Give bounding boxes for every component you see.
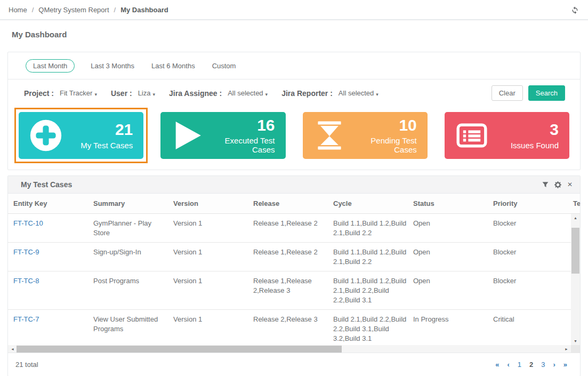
status-cell: In Progress xyxy=(408,310,488,345)
column-header-release[interactable]: Release xyxy=(248,199,328,207)
column-header-version[interactable]: Version xyxy=(168,199,248,207)
stat-card-highlight: 21 My Test Cases xyxy=(14,108,148,163)
project-label: Project : xyxy=(24,89,54,98)
column-header-summary[interactable]: Summary xyxy=(88,199,168,207)
jira-reporter-dropdown[interactable]: All selected▾ xyxy=(339,89,378,97)
breadcrumb-separator: / xyxy=(32,6,34,14)
panel-header: My Test Cases ✕ xyxy=(8,176,580,194)
status-cell: Open xyxy=(408,214,488,242)
jira-assignee-dropdown[interactable]: All selected▾ xyxy=(228,89,268,97)
scroll-right-icon[interactable]: ► xyxy=(562,345,570,353)
panel-title: My Test Cases xyxy=(21,180,72,189)
play-icon xyxy=(171,119,204,152)
stat-card-slot: 16 Executed Test Cases xyxy=(156,108,289,163)
version-cell: Version 1 xyxy=(168,214,248,242)
breadcrumb: Home / QMetry System Report / My Dashboa… xyxy=(9,6,168,14)
breadcrumb-home[interactable]: Home xyxy=(9,6,27,14)
project-dropdown[interactable]: Fit Tracker▾ xyxy=(60,89,97,97)
chevron-down-icon: ▾ xyxy=(376,92,378,97)
entity-key-link[interactable]: FT-TC-7 xyxy=(8,310,88,345)
last-page-button[interactable]: » xyxy=(563,361,567,369)
version-cell: Version 1 xyxy=(168,243,248,271)
next-page-button[interactable]: › xyxy=(553,361,555,369)
summary-cell: Post Programs xyxy=(88,271,168,309)
refresh-icon[interactable] xyxy=(570,5,579,14)
my-test-cases-panel: My Test Cases ✕ Entity Key Summary Versi… xyxy=(7,175,581,376)
column-header-status[interactable]: Status xyxy=(408,199,488,207)
cycle-cell: Build 1.1,Build 1.2,Build 2.1,Build 2.2 xyxy=(328,214,408,242)
scrollbar-corner xyxy=(571,345,580,353)
scroll-left-icon[interactable]: ◄ xyxy=(9,345,17,353)
filter-row: Project : Fit Tracker▾ User : Liza▾ Jira… xyxy=(8,79,580,107)
page-3-button[interactable]: 3 xyxy=(541,361,545,369)
column-header-clipped[interactable]: Te xyxy=(568,199,580,207)
pending-test-cases-label: Pending Test Cases xyxy=(346,136,417,154)
horizontal-scrollbar-thumb[interactable] xyxy=(17,346,342,353)
column-header-entity-key[interactable]: Entity Key xyxy=(8,199,88,207)
plus-circle-icon xyxy=(29,119,62,152)
main-content: My Dashboard Last Month Last 3 Months La… xyxy=(0,20,588,376)
pending-test-cases-count: 10 xyxy=(346,117,417,134)
stat-card-slot: 3 Issues Found xyxy=(440,108,574,163)
entity-key-link[interactable]: FT-TC-10 xyxy=(8,214,88,242)
cycle-cell: Build 2.1,Build 2.2,Build 2.2,Build 3.1,… xyxy=(328,310,408,345)
executed-test-cases-label: Executed Test Cases xyxy=(204,136,275,154)
tab-last-3-months[interactable]: Last 3 Months xyxy=(90,60,135,72)
pagination: « ‹ 1 2 3 › » xyxy=(495,361,567,369)
table-row: FT-TC-10 GymPlanner - Play Store Version… xyxy=(8,214,571,243)
stat-card-slot: 10 Pending Test Cases xyxy=(299,108,432,163)
user-label: User : xyxy=(111,89,132,98)
stat-cards-row: 21 My Test Cases 16 Executed Test Cases xyxy=(8,107,580,170)
release-cell: Release 2,Release 3 xyxy=(248,310,328,345)
release-cell: Release 1,Release 2,Release 3 xyxy=(248,271,328,309)
entity-key-link[interactable]: FT-TC-9 xyxy=(8,243,88,271)
date-range-tabs: Last Month Last 3 Months Last 6 Months C… xyxy=(8,52,580,79)
breadcrumb-qmetry-system-report[interactable]: QMetry System Report xyxy=(38,6,109,14)
version-cell: Version 1 xyxy=(168,310,248,345)
tab-custom[interactable]: Custom xyxy=(211,60,237,72)
issues-found-card[interactable]: 3 Issues Found xyxy=(445,112,569,159)
scroll-up-icon[interactable]: ▲ xyxy=(571,214,580,222)
executed-test-cases-count: 16 xyxy=(204,117,275,134)
page-title: My Dashboard xyxy=(12,30,581,39)
page-2-button-current[interactable]: 2 xyxy=(529,361,533,369)
my-test-cases-card[interactable]: 21 My Test Cases xyxy=(19,112,143,159)
priority-cell: Critical xyxy=(488,310,568,345)
column-header-priority[interactable]: Priority xyxy=(488,199,568,207)
pending-test-cases-card[interactable]: 10 Pending Test Cases xyxy=(303,112,428,159)
panel-footer: 21 total « ‹ 1 2 3 › » xyxy=(8,353,580,376)
prev-page-button[interactable]: ‹ xyxy=(507,361,509,369)
summary-cell: GymPlanner - Play Store xyxy=(88,214,168,242)
my-test-cases-label: My Test Cases xyxy=(80,141,133,150)
breadcrumb-separator: / xyxy=(114,6,116,14)
vertical-scrollbar[interactable]: ▲ ▼ xyxy=(571,214,580,345)
page-1-button[interactable]: 1 xyxy=(518,361,521,369)
total-count-label: 21 total xyxy=(15,361,38,369)
user-dropdown[interactable]: Liza▾ xyxy=(138,89,155,97)
cycle-cell: Build 1.1,Build 1.2,Build 2.1,Build 2.2 xyxy=(328,243,408,271)
jira-assignee-label: Jira Assignee : xyxy=(169,89,222,98)
executed-test-cases-card[interactable]: 16 Executed Test Cases xyxy=(160,112,285,159)
tab-last-month[interactable]: Last Month xyxy=(26,59,75,73)
issues-found-count: 3 xyxy=(511,121,559,138)
chevron-down-icon: ▾ xyxy=(265,92,268,97)
filter-icon[interactable] xyxy=(542,181,549,188)
hourglass-icon xyxy=(313,119,347,152)
first-page-button[interactable]: « xyxy=(495,361,499,369)
vertical-scrollbar-thumb[interactable] xyxy=(571,228,579,274)
entity-key-link[interactable]: FT-TC-8 xyxy=(8,271,88,309)
list-icon xyxy=(455,119,488,152)
column-header-cycle[interactable]: Cycle xyxy=(328,199,408,207)
release-cell: Release 1,Release 2 xyxy=(248,214,328,242)
chevron-down-icon: ▾ xyxy=(153,92,156,97)
close-icon[interactable]: ✕ xyxy=(567,181,573,188)
scroll-down-icon[interactable]: ▼ xyxy=(571,337,580,345)
gear-icon[interactable] xyxy=(554,181,561,188)
table-row: FT-TC-8 Post Programs Version 1 Release … xyxy=(8,271,571,310)
tab-last-6-months[interactable]: Last 6 Months xyxy=(150,60,196,72)
clear-button[interactable]: Clear xyxy=(492,85,523,101)
priority-cell: Blocker xyxy=(488,214,568,242)
horizontal-scrollbar[interactable]: ◄ ► xyxy=(8,345,580,353)
search-button[interactable]: Search xyxy=(528,85,565,101)
jira-reporter-label: Jira Reporter : xyxy=(281,89,333,98)
